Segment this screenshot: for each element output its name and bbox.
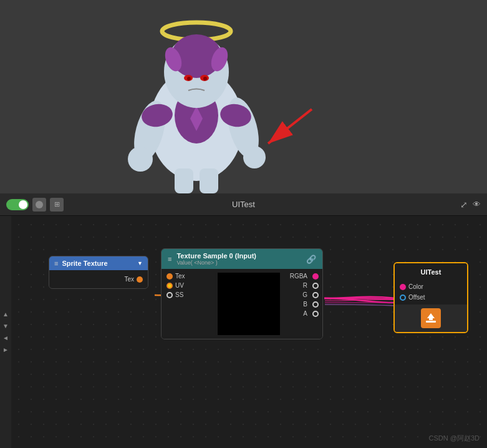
- sprite-texture-title: Sprite Texture: [62, 260, 133, 267]
- menu-icon: ≡: [54, 260, 58, 267]
- svg-marker-24: [427, 313, 435, 320]
- tex-input-label: Tex: [175, 273, 185, 280]
- svg-rect-23: [426, 321, 436, 323]
- rgba-output-label: RGBA: [290, 273, 307, 280]
- uitest-node: UITest Color Offset: [393, 262, 468, 333]
- b-output-label: B: [303, 301, 307, 308]
- eye-icon[interactable]: 👁: [473, 200, 481, 209]
- tex-label: Tex: [124, 276, 134, 283]
- uv-input-label: UV: [175, 282, 184, 289]
- texture-preview: [218, 273, 280, 335]
- download-icon[interactable]: [421, 308, 441, 328]
- tex-output-port[interactable]: [137, 276, 143, 283]
- uitest-body: Color Offset: [395, 280, 467, 304]
- uitest-footer: [395, 304, 467, 332]
- ss-input-label: SS: [175, 291, 183, 298]
- svg-rect-0: [0, 0, 487, 193]
- watermark: CSDN @阿赵3D: [429, 434, 480, 443]
- texture-menu-icon: ≡: [168, 255, 171, 263]
- svg-rect-17: [175, 168, 193, 193]
- rgba-output-port[interactable]: [312, 273, 319, 280]
- toolbar-right: ⤢ 👁: [460, 200, 481, 210]
- tex-input-row: Tex: [166, 273, 213, 280]
- download-svg: [425, 312, 437, 324]
- offset-port-row: Offset: [400, 294, 462, 301]
- color-port-row: Color: [400, 283, 462, 290]
- texture-ports-left: Tex UV SS: [162, 269, 218, 339]
- editor-toolbar: ⊞ UITest ⤢ 👁: [0, 193, 487, 216]
- dropdown-arrow-icon[interactable]: ▼: [137, 260, 143, 266]
- arrow-down-icon[interactable]: ▼: [2, 323, 9, 329]
- texture-ports-right: RGBA R G B A: [280, 269, 322, 339]
- grid-icon: ⊞: [54, 200, 60, 208]
- svg-rect-18: [200, 168, 218, 193]
- toolbar-btn-2[interactable]: ⊞: [50, 198, 64, 212]
- b-output-row: B: [303, 301, 319, 308]
- r-output-row: R: [303, 282, 319, 289]
- texture-sample-body: Tex UV SS RGBA R: [162, 269, 322, 339]
- a-output-port[interactable]: [312, 311, 319, 317]
- color-input-port[interactable]: [400, 284, 406, 290]
- uitest-title: UITest: [421, 268, 441, 276]
- arrow-left-icon[interactable]: ◄: [2, 334, 9, 341]
- offset-label: Offset: [408, 294, 425, 301]
- g-output-label: G: [302, 291, 307, 298]
- g-output-row: G: [302, 291, 319, 298]
- sprite-texture-node: ≡ Sprite Texture ▼ Tex: [49, 256, 148, 289]
- uv-input-port[interactable]: [166, 283, 173, 289]
- toggle-dot: [19, 200, 27, 209]
- r-output-label: R: [303, 282, 307, 289]
- svg-point-10: [203, 77, 207, 80]
- link-icon[interactable]: 🔗: [306, 255, 316, 264]
- share-icon[interactable]: ⤢: [460, 200, 468, 210]
- sprite-texture-body: Tex: [49, 270, 148, 288]
- b-output-port[interactable]: [312, 301, 319, 308]
- texture-sample-subtitle: Value( <None> ): [176, 260, 301, 266]
- sprite-texture-header[interactable]: ≡ Sprite Texture ▼: [49, 256, 148, 270]
- a-output-label: A: [303, 310, 307, 317]
- tex-input-port[interactable]: [166, 273, 173, 280]
- uv-input-row: UV: [166, 282, 213, 289]
- rgba-output-row: RGBA: [290, 273, 319, 280]
- texture-sample-header[interactable]: ≡ Texture Sample 0 (Input) Value( <None>…: [162, 249, 322, 269]
- r-output-port[interactable]: [312, 283, 319, 289]
- texture-sample-title-area: Texture Sample 0 (Input) Value( <None> ): [176, 252, 301, 266]
- offset-input-port[interactable]: [400, 295, 406, 301]
- a-output-row: A: [303, 310, 319, 317]
- texture-sample-node: ≡ Texture Sample 0 (Input) Value( <None>…: [161, 248, 323, 339]
- svg-point-16: [243, 146, 266, 168]
- arrow-up-icon[interactable]: ▲: [2, 311, 9, 318]
- uitest-header[interactable]: UITest: [395, 263, 467, 280]
- svg-point-9: [187, 77, 191, 80]
- toggle-button[interactable]: [6, 199, 29, 210]
- node-editor: ⊞ UITest ⤢ 👁 ▲ ▼ ◄ ► ≡ Sprite Texture ▼: [0, 193, 487, 448]
- editor-title: UITest: [232, 200, 255, 209]
- toolbar-left: ⊞: [6, 198, 64, 212]
- viewport-area: [0, 0, 487, 193]
- circle-icon: [36, 201, 43, 208]
- ss-input-port[interactable]: [166, 292, 173, 298]
- watermark-text: CSDN @阿赵3D: [429, 434, 480, 442]
- tex-port-row: Tex: [54, 274, 143, 285]
- color-label: Color: [408, 283, 423, 290]
- svg-point-14: [128, 147, 153, 172]
- left-sidebar: ▲ ▼ ◄ ►: [0, 216, 11, 448]
- toolbar-btn-1[interactable]: [32, 198, 46, 212]
- ss-input-row: SS: [166, 291, 213, 298]
- g-output-port[interactable]: [312, 292, 319, 298]
- arrow-right-icon[interactable]: ►: [2, 346, 9, 353]
- texture-sample-title: Texture Sample 0 (Input): [176, 252, 301, 260]
